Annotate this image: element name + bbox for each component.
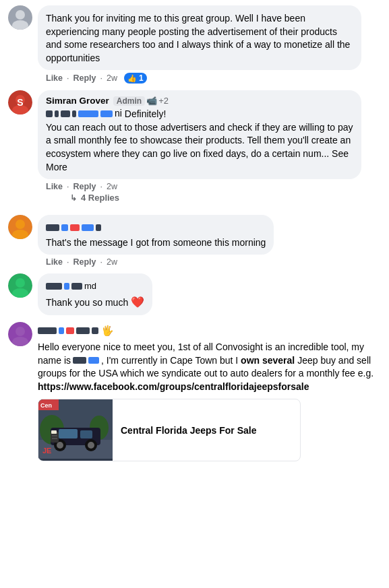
comment-item: That's the message I got from someone th… (8, 215, 381, 267)
avatar (8, 215, 32, 239)
comment-text-redacted-name (46, 222, 266, 235)
extra-badges: +2 (158, 96, 169, 106)
svg-point-11 (16, 278, 25, 288)
comment-bubble: md Thank you so much ❤️ (38, 273, 152, 315)
comment-time: 2w (107, 182, 117, 191)
redacted-name-inline (73, 357, 99, 364)
svg-rect-22 (80, 430, 92, 438)
comment-text-redacted-header: 🖐️ (38, 323, 381, 338)
svg-point-1 (16, 10, 25, 20)
svg-point-8 (16, 220, 25, 229)
comment-bubble: Simran Grover Admin 📹 +2 ni (38, 90, 361, 179)
comment-text-redacted-name: md (46, 280, 144, 294)
avatar (8, 5, 32, 30)
replies-toggle[interactable]: ↳ 4 Replies (70, 193, 381, 203)
redacted-name (46, 224, 101, 231)
facebook-link[interactable]: https://www.facebook.com/groups/centralf… (38, 381, 309, 392)
like-button[interactable]: Like (46, 73, 63, 83)
like-button[interactable]: Like (46, 182, 63, 191)
comment-time: 2w (107, 73, 117, 83)
reply-arrow-icon: ↳ (70, 193, 77, 203)
svg-point-26 (88, 442, 94, 449)
comment-item: 🖐️ Hello everyone nice to meet you, 1st … (8, 322, 381, 461)
comment-actions: Like · Reply · 2w 👍 1 (46, 73, 361, 84)
link-preview-content: Central Florida Jeeps For Sale (113, 399, 265, 461)
avatar (8, 322, 32, 346)
comment-text: Hello everyone nice to meet you, 1st of … (38, 341, 381, 393)
thumbs-up-icon: 👍 (127, 74, 137, 83)
wave-emoji: 🖐️ (101, 325, 114, 336)
link-preview-title: Central Florida Jeeps For Sale (121, 425, 257, 436)
comment-text: Thank you so much ❤️ (46, 295, 144, 310)
svg-text:Cen: Cen (40, 402, 52, 409)
comment-text: Thank you for inviting me to this great … (46, 12, 353, 65)
svg-rect-21 (59, 429, 78, 438)
comment-bubble: That's the message I got from someone th… (38, 215, 274, 255)
reply-button[interactable]: Reply (73, 257, 96, 267)
svg-text:S: S (17, 97, 23, 108)
comment-bubble: Thank you for inviting me to this great … (38, 5, 361, 70)
avatar (8, 273, 32, 298)
svg-text:JE: JE (42, 447, 51, 455)
avatar: S (8, 90, 32, 115)
video-icon: 📹 (146, 96, 157, 106)
reply-button[interactable]: Reply (73, 182, 96, 191)
admin-badge: Admin (113, 96, 145, 106)
comment-item: S Simran Grover Admin 📹 +2 (8, 90, 381, 208)
reply-button[interactable]: Reply (73, 73, 96, 83)
redacted-name (38, 327, 98, 334)
comment-actions: Like · Reply · 2w (46, 182, 381, 191)
comment-item: Thank you for inviting me to this great … (8, 5, 381, 84)
comment-text: ni Definitely! You can reach out to thos… (46, 107, 353, 174)
link-preview-card[interactable]: JE Cen Central Florida Jeeps For Sale (38, 399, 301, 461)
link-preview-image: JE Cen (38, 399, 113, 461)
comment-actions: Like · Reply · 2w (46, 257, 274, 267)
comment-text: That's the message I got from someone th… (46, 236, 266, 250)
author-name: Simran Grover (46, 96, 109, 106)
comment-thread: Thank you for inviting me to this great … (0, 0, 389, 473)
svg-rect-31 (51, 430, 57, 434)
author-row: Simran Grover Admin 📹 +2 (46, 96, 353, 106)
redacted-name: ni (46, 107, 122, 121)
svg-point-24 (57, 442, 63, 449)
redacted-name: md (46, 280, 96, 292)
heart-emoji: ❤️ (131, 296, 144, 308)
replies-count: 4 Replies (81, 193, 119, 203)
comment-time: 2w (107, 257, 117, 267)
comment-item: md Thank you so much ❤️ (8, 273, 381, 315)
svg-point-14 (16, 327, 25, 336)
like-count-badge: 👍 1 (124, 73, 147, 84)
like-button[interactable]: Like (46, 257, 63, 267)
